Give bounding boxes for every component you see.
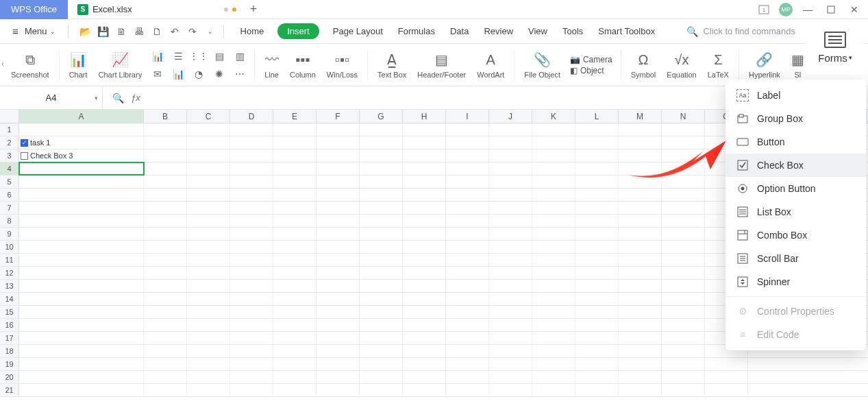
cell[interactable] (360, 176, 403, 188)
tab-tools[interactable]: Tools (561, 23, 584, 39)
cell[interactable] (575, 319, 619, 331)
ribbon-sparkline-line[interactable]: 〰 Line (259, 51, 284, 79)
cell[interactable] (187, 280, 230, 292)
app-menu-button[interactable]: Menu ⌄ (7, 23, 61, 40)
cell[interactable] (273, 215, 317, 227)
cell[interactable] (19, 162, 144, 175)
cell[interactable] (532, 384, 575, 396)
cell[interactable] (187, 228, 230, 240)
column-header-I[interactable]: I (446, 110, 489, 123)
tab-formulas[interactable]: Formulas (397, 23, 436, 39)
scatter-small-icon[interactable]: ⋮⋮ (191, 49, 206, 64)
cell[interactable] (662, 162, 705, 175)
cell[interactable] (662, 358, 705, 370)
cell[interactable] (662, 176, 705, 188)
hbar-small-icon[interactable]: ▤ (212, 49, 227, 64)
cell[interactable] (19, 371, 144, 383)
forms-dropdown-button[interactable]: Forms▾ (806, 21, 864, 74)
cell[interactable] (144, 280, 187, 292)
cell[interactable] (532, 162, 575, 175)
ribbon-sparkline-column[interactable]: ▪▪▪ Column (284, 51, 321, 79)
cell[interactable] (489, 202, 532, 214)
tab-review[interactable]: Review (482, 23, 514, 39)
zoom-icon[interactable]: 🔍 (112, 93, 124, 104)
cell[interactable] (619, 189, 662, 201)
cell[interactable] (575, 228, 619, 240)
cell[interactable] (532, 345, 575, 357)
cell[interactable] (19, 319, 144, 331)
ribbon-header-footer[interactable]: ▤ Header/Footer (412, 51, 471, 79)
cell[interactable] (489, 293, 532, 305)
mail-small-icon[interactable]: ✉ (150, 67, 165, 82)
cell[interactable] (662, 254, 705, 266)
minimize-button[interactable]: — (799, 1, 816, 18)
cell[interactable] (575, 345, 619, 357)
row-header[interactable]: 8 (0, 215, 19, 227)
ribbon-symbol[interactable]: Ω Symbol (625, 51, 662, 79)
cell[interactable] (19, 293, 144, 305)
row-header[interactable]: 13 (0, 280, 19, 292)
cell[interactable] (575, 189, 619, 201)
cell[interactable] (187, 123, 230, 136)
cell[interactable] (360, 228, 403, 240)
row-header[interactable]: 14 (0, 293, 19, 305)
forms-item-listbox[interactable]: List Box (726, 200, 866, 224)
cell[interactable] (317, 254, 360, 266)
cell[interactable] (662, 280, 705, 292)
cell[interactable] (575, 384, 619, 396)
row-header[interactable]: 16 (0, 319, 19, 331)
ribbon-hyperlink[interactable]: 🔗 Hyperlink (743, 51, 786, 79)
cell[interactable] (360, 345, 403, 357)
cell[interactable] (19, 332, 144, 344)
cell[interactable] (19, 228, 144, 240)
cell[interactable] (705, 371, 748, 383)
cell[interactable] (662, 215, 705, 227)
vbar-small-icon[interactable]: ▥ (232, 49, 247, 64)
cell[interactable] (489, 136, 532, 149)
cell[interactable] (575, 332, 619, 344)
cell[interactable] (619, 306, 662, 318)
cell[interactable] (273, 371, 317, 383)
cell[interactable] (403, 267, 446, 279)
cell[interactable] (187, 202, 230, 214)
cell[interactable] (532, 332, 575, 344)
cell[interactable] (144, 162, 187, 175)
cell[interactable] (317, 241, 360, 253)
cell[interactable] (230, 189, 273, 201)
tab-insert[interactable]: Insert (277, 23, 319, 39)
cell[interactable] (489, 149, 532, 162)
cell[interactable] (360, 306, 403, 318)
row-header[interactable]: 18 (0, 345, 19, 357)
cell[interactable] (317, 149, 360, 162)
cell[interactable] (403, 345, 446, 357)
cell[interactable] (273, 267, 317, 279)
cell[interactable] (360, 136, 403, 149)
tab-view[interactable]: View (527, 23, 549, 39)
cell[interactable] (532, 228, 575, 240)
forms-item-checkbox[interactable]: Check Box (726, 154, 866, 177)
row-header[interactable]: 19 (0, 358, 19, 370)
cell[interactable] (446, 136, 489, 149)
cell[interactable] (273, 241, 317, 253)
cell[interactable] (273, 293, 317, 305)
cell[interactable] (446, 215, 489, 227)
cell[interactable] (403, 358, 446, 370)
cell[interactable] (532, 371, 575, 383)
cell[interactable] (317, 215, 360, 227)
cell[interactable] (360, 384, 403, 396)
column-header-G[interactable]: G (360, 110, 403, 123)
cell[interactable] (403, 306, 446, 318)
cell[interactable] (532, 202, 575, 214)
cell[interactable] (446, 384, 489, 396)
tab-data[interactable]: Data (449, 23, 470, 39)
cell[interactable] (662, 136, 705, 149)
cell[interactable] (317, 345, 360, 357)
cell[interactable] (187, 332, 230, 344)
ribbon-latex[interactable]: Σ LaTeX (702, 51, 734, 79)
app-name-tab[interactable]: WPS Office (0, 0, 68, 19)
cell[interactable] (360, 371, 403, 383)
cell[interactable] (144, 358, 187, 370)
cell[interactable] (273, 358, 317, 370)
cell[interactable] (532, 319, 575, 331)
cell[interactable] (317, 176, 360, 188)
